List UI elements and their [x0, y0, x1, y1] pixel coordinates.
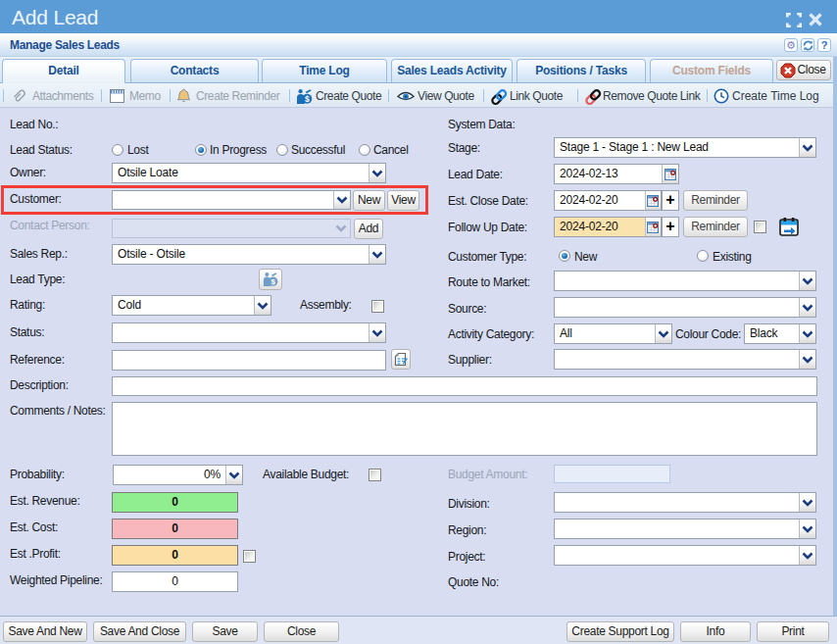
- svg-text:$: $: [305, 94, 310, 104]
